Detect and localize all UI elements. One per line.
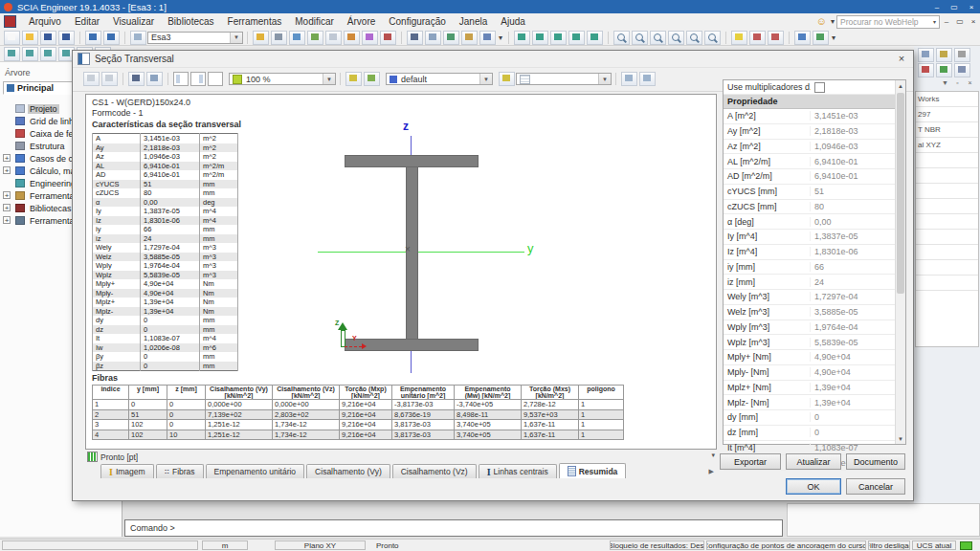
property-value[interactable]: 66 bbox=[811, 262, 824, 272]
zoom-window-icon[interactable] bbox=[650, 31, 666, 45]
restore-button[interactable]: ▭ bbox=[946, 1, 963, 12]
view-split-toggle[interactable] bbox=[190, 72, 206, 86]
filter-indicator[interactable]: Filtro desligad bbox=[868, 540, 910, 550]
property-value[interactable]: 51 bbox=[811, 187, 824, 196]
property-value[interactable]: 6,9410e-01 bbox=[811, 171, 858, 181]
property-value[interactable]: 1,7297e-04 bbox=[811, 292, 858, 301]
property-value[interactable]: 0 bbox=[811, 428, 819, 437]
print-picture-icon[interactable] bbox=[146, 72, 163, 86]
zoom-previous-icon[interactable] bbox=[704, 31, 721, 45]
layer-filter-icon[interactable] bbox=[918, 48, 934, 62]
property-value[interactable]: 24 bbox=[811, 277, 824, 287]
smiley-dropdown-icon[interactable]: ▾ bbox=[829, 17, 836, 26]
expander-icon[interactable]: + bbox=[3, 166, 11, 174]
move-node-icon[interactable] bbox=[22, 47, 38, 61]
close-all-windows-icon[interactable] bbox=[130, 31, 146, 45]
beam-icon[interactable] bbox=[550, 31, 567, 45]
unit-indicator[interactable]: m bbox=[202, 540, 248, 550]
results-lock-indicator[interactable]: Bloqueio de resultados: Des. bbox=[610, 540, 704, 550]
activity-filter-icon[interactable] bbox=[936, 48, 952, 62]
rotate-icon[interactable] bbox=[40, 47, 56, 61]
combo-arrow-icon[interactable]: ▼ bbox=[230, 33, 242, 43]
tab-resumida[interactable]: Resumida bbox=[559, 463, 627, 478]
export-document-icon[interactable] bbox=[794, 31, 811, 45]
tab-principal[interactable]: Principal bbox=[3, 81, 74, 95]
webhelp-search-input[interactable]: Procurar no WebHelp ▾ bbox=[836, 15, 940, 29]
property-value[interactable]: 0,00 bbox=[811, 217, 832, 227]
zoom-all-icon[interactable] bbox=[668, 31, 684, 45]
copy-attributes-icon[interactable] bbox=[4, 47, 20, 61]
table-results-icon[interactable] bbox=[443, 31, 459, 45]
menu-arquivo[interactable]: Arquivo bbox=[22, 16, 68, 27]
catalog-icon[interactable] bbox=[380, 31, 396, 45]
properties-scrollbar[interactable]: ▲ ▼ bbox=[895, 80, 905, 444]
expander-icon[interactable]: + bbox=[3, 191, 11, 199]
update-document-icon[interactable] bbox=[813, 31, 829, 45]
palette-icon[interactable] bbox=[936, 63, 952, 77]
menu-ferramentas[interactable]: Ferramentas bbox=[221, 16, 289, 27]
ucs-indicator[interactable]: UCS atual bbox=[912, 540, 956, 550]
dock-window-icon[interactable] bbox=[621, 72, 637, 86]
edit-view-icon[interactable] bbox=[954, 48, 970, 62]
undo-icon[interactable] bbox=[85, 31, 101, 45]
member-icon[interactable] bbox=[532, 31, 548, 45]
property-value[interactable]: 0 bbox=[811, 412, 819, 422]
documento-button[interactable]: Documento bbox=[846, 453, 905, 470]
doc-restore-button[interactable]: ▭ bbox=[953, 17, 967, 26]
minimize-button[interactable]: – bbox=[928, 1, 946, 12]
close-button[interactable]: × bbox=[963, 1, 980, 12]
property-value[interactable]: 6,9410e-01 bbox=[811, 157, 858, 166]
tab-empenamento-unit-rio[interactable]: Empenamento unitário bbox=[206, 464, 305, 478]
panel-close-icon[interactable]: × bbox=[964, 77, 976, 88]
calculator-icon[interactable] bbox=[461, 31, 478, 45]
zoom-selection-icon[interactable] bbox=[686, 31, 702, 45]
property-value[interactable]: 4,90e+04 bbox=[811, 367, 851, 377]
feedback-smiley-icon[interactable]: ☺ bbox=[816, 16, 827, 27]
zoom-combo-arrow-icon[interactable]: ▼ bbox=[323, 74, 335, 84]
expander-icon[interactable]: + bbox=[3, 154, 11, 162]
command-line-input[interactable]: Comando > bbox=[124, 519, 783, 537]
plate-icon[interactable] bbox=[587, 31, 603, 45]
section-report-area[interactable]: CS1 - W(GERD)150x24.0 Formcode - 1 Carac… bbox=[85, 94, 717, 450]
copy-icon[interactable] bbox=[83, 72, 100, 86]
property-value[interactable]: 3,1451e-03 bbox=[811, 111, 858, 121]
property-value[interactable]: 1,1083e-07 bbox=[811, 443, 858, 452]
project-combobox[interactable]: Esa3 ▼ bbox=[147, 32, 243, 44]
property-value[interactable]: 4,90e+04 bbox=[811, 352, 851, 362]
layers-icon[interactable] bbox=[289, 31, 305, 45]
property-value[interactable]: 1,3837e-05 bbox=[811, 231, 858, 241]
print-icon[interactable] bbox=[407, 31, 423, 45]
scroll-thumb[interactable] bbox=[897, 93, 904, 294]
save-view-icon[interactable] bbox=[768, 31, 784, 45]
table-combobox[interactable]: ▼ bbox=[516, 73, 612, 85]
view-full-toggle[interactable] bbox=[208, 72, 223, 86]
tab-linhas-centrais[interactable]: ILinhas centrais bbox=[479, 464, 557, 478]
redo-icon[interactable] bbox=[103, 31, 120, 45]
document-icon[interactable] bbox=[479, 31, 496, 45]
gallery-icon[interactable] bbox=[362, 31, 378, 45]
menu-visualizar[interactable]: Visualizar bbox=[106, 16, 161, 27]
open-icon[interactable] bbox=[22, 31, 38, 45]
table-manager-icon[interactable] bbox=[499, 72, 515, 86]
clipboard-icon[interactable] bbox=[325, 31, 342, 45]
light-icon[interactable] bbox=[731, 31, 747, 45]
column-icon[interactable] bbox=[568, 31, 585, 45]
select-node-icon[interactable] bbox=[514, 31, 530, 45]
panel-pin-icon[interactable]: ▫ bbox=[951, 77, 964, 88]
scroll-up-icon[interactable]: ▲ bbox=[896, 80, 905, 91]
view-cloud-icon[interactable] bbox=[954, 63, 970, 77]
doc-minimize-button[interactable]: – bbox=[940, 17, 953, 26]
scroll-down-icon[interactable]: ▼ bbox=[896, 433, 905, 444]
picture-to-gallery-icon[interactable] bbox=[364, 72, 380, 86]
property-value[interactable]: 80 bbox=[811, 202, 824, 211]
menu-ajuda[interactable]: Ajuda bbox=[494, 16, 532, 27]
table-combo-arrow-icon[interactable]: ▼ bbox=[598, 74, 611, 84]
plane-indicator[interactable]: Plano XY bbox=[275, 540, 366, 550]
panel-collapse-icon[interactable]: ▼ bbox=[939, 77, 951, 88]
save-picture-icon[interactable] bbox=[128, 72, 145, 86]
menu-modificar[interactable]: Modificar bbox=[288, 16, 341, 27]
menu-árvore[interactable]: Árvore bbox=[341, 16, 382, 27]
view-single-toggle[interactable] bbox=[173, 72, 189, 86]
exportar-button[interactable]: Exportar bbox=[720, 453, 781, 470]
new-icon[interactable] bbox=[4, 31, 20, 45]
